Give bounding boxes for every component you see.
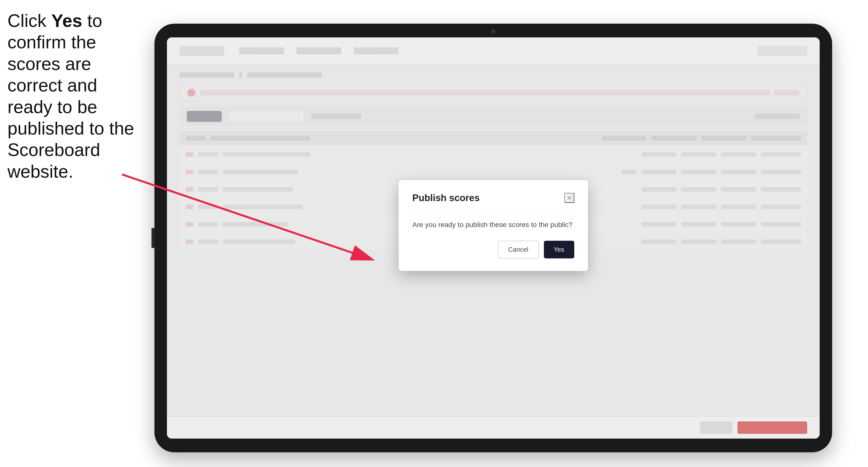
publish-scores-dialog: Publish scores × Are you ready to publis…	[399, 180, 588, 271]
tablet-camera	[491, 29, 496, 34]
instruction-bold: Yes	[51, 11, 82, 31]
modal-close-button[interactable]: ×	[564, 193, 574, 203]
tablet-device: Publish scores × Are you ready to publis…	[154, 24, 832, 452]
instruction-prefix: Click	[7, 11, 51, 31]
modal-title-row: Publish scores ×	[412, 193, 574, 204]
modal-body-text: Are you ready to publish these scores to…	[412, 220, 574, 229]
modal-overlay: Publish scores × Are you ready to publis…	[167, 37, 820, 439]
tablet-side-button	[152, 228, 154, 248]
screen-content: Publish scores × Are you ready to publis…	[167, 37, 820, 439]
instruction-suffix: to confirm the scores are correct and re…	[7, 11, 134, 181]
tablet-screen: Publish scores × Are you ready to publis…	[167, 37, 820, 439]
yes-button[interactable]: Yes	[544, 241, 574, 258]
modal-footer: Cancel Yes	[412, 241, 574, 258]
modal-title: Publish scores	[412, 193, 479, 204]
cancel-button[interactable]: Cancel	[498, 241, 539, 258]
instruction-text: Click Yes to confirm the scores are corr…	[7, 10, 140, 182]
